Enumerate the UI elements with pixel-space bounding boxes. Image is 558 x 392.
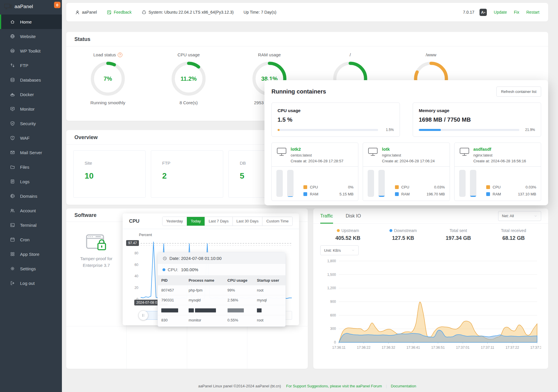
container-card-lotk2[interactable]: lotk2centos:latestCreate at: 2024-06-28 … xyxy=(271,143,358,201)
mail-server-icon xyxy=(10,150,15,155)
sidebar-item-settings[interactable]: Settings xyxy=(0,261,62,276)
gauge-caption: 8 Core(s) xyxy=(180,100,198,105)
unit-select[interactable]: Unit: KB/s xyxy=(320,245,359,255)
topbar-user[interactable]: aaPanel xyxy=(75,10,97,15)
sidebar-item-docker[interactable]: Docker xyxy=(0,87,62,102)
net-select[interactable]: Net: All xyxy=(498,211,541,221)
restart-button[interactable]: Restart xyxy=(526,10,539,15)
svg-text:1,200: 1,200 xyxy=(327,286,336,290)
overview-value: 2 xyxy=(162,171,212,181)
sidebar-item-monitor[interactable]: Monitor xyxy=(0,102,62,116)
sidebar-item-terminal[interactable]: Terminal xyxy=(0,218,62,232)
svg-text:600: 600 xyxy=(330,313,336,317)
fix-button[interactable]: Fix xyxy=(514,10,519,15)
help-icon[interactable]: ? xyxy=(118,53,122,57)
sidebar-item-log-out[interactable]: Log out xyxy=(0,276,62,290)
aapanel-logo-icon xyxy=(4,3,12,10)
cpu-tab-yesterday[interactable]: Yesterday xyxy=(162,217,187,226)
language-icon[interactable]: Ax xyxy=(480,9,487,16)
sidebar-item-domains[interactable]: Domains xyxy=(0,189,62,203)
svg-text:17:36:51: 17:36:51 xyxy=(431,346,445,350)
feedback-icon xyxy=(107,10,112,15)
ram-value: 5.15 MB xyxy=(339,192,353,196)
tab-disk-io[interactable]: Disk IO xyxy=(346,208,361,224)
system-info: System: Ubuntu 22.04.2 LTS x86_64(Py3.12… xyxy=(142,10,234,15)
notification-badge[interactable]: 0 xyxy=(54,2,60,8)
sidebar-item-label: WP Toolkit xyxy=(20,48,40,53)
gauge-cpu-usage: CPU usage11.2%8 Core(s) xyxy=(161,52,216,105)
container-card-asdfasdf[interactable]: asdfasdfnginx:latestCreate at: 2024-06-2… xyxy=(454,143,541,201)
tab-traffic[interactable]: Traffic xyxy=(320,208,333,224)
clock-icon xyxy=(162,256,167,261)
process-table-header: CPU usage xyxy=(224,276,253,285)
svg-text:17:37:11: 17:37:11 xyxy=(481,346,494,350)
tamper-proof-icon xyxy=(85,233,107,251)
downstream-dot xyxy=(389,229,392,232)
cpu-value: 0.03% xyxy=(434,185,445,189)
sidebar-item-label: Logs xyxy=(20,179,30,184)
container-card-lotk[interactable]: lotknginx:latestCreate at: 2024-06-28 17… xyxy=(363,143,450,201)
sidebar-menu: HomeWebsiteWP ToolkitFTPDatabasesDockerM… xyxy=(0,15,62,290)
redacted-block xyxy=(189,308,194,312)
sidebar-item-label: WAF xyxy=(20,136,30,141)
svg-text:900: 900 xyxy=(330,300,336,304)
legend-row-cpu: CPU0.03% xyxy=(395,185,445,189)
cpu-tab-last-30-days[interactable]: Last 30 Days xyxy=(233,217,262,226)
svg-text:300: 300 xyxy=(330,327,336,331)
sidebar-item-security[interactable]: Security xyxy=(0,116,62,131)
sidebar-item-waf[interactable]: WAF xyxy=(0,131,62,145)
sidebar-logo[interactable]: aaPanel 0 xyxy=(0,0,62,13)
sidebar-item-wp-toolkit[interactable]: WP Toolkit xyxy=(0,44,62,58)
gauge-label: /www xyxy=(426,52,437,57)
gauge-label: / xyxy=(350,52,351,57)
overview-card-ftp[interactable]: FTP2 xyxy=(151,150,223,198)
ram-legend-swatch xyxy=(395,192,399,196)
documentation-link[interactable]: Documentation xyxy=(391,384,416,388)
forum-link[interactable]: For Support Suggestions, please visit th… xyxy=(286,384,382,388)
container-monitor-icon xyxy=(368,147,378,157)
software-item-tamper-proof[interactable]: Tamper-proof for Enterprise 3.7 xyxy=(66,222,126,269)
sidebar-item-label: Cron xyxy=(20,237,30,242)
sidebar-item-website[interactable]: Website xyxy=(0,29,62,44)
svg-text:17:36:41: 17:36:41 xyxy=(406,346,420,350)
cpu-series-dot xyxy=(162,268,165,271)
slider-handle[interactable] xyxy=(138,310,148,320)
sidebar-item-app-store[interactable]: App Store xyxy=(0,247,62,261)
redacted-block xyxy=(257,308,262,312)
cpu-tooltip: Date: 2024-07-08 01:10:00 CPU: 100.00% P… xyxy=(158,252,286,327)
cpu-tab-today[interactable]: Today xyxy=(187,217,205,226)
sidebar-item-label: Terminal xyxy=(20,223,37,228)
sidebar-item-files[interactable]: Files xyxy=(0,160,62,174)
container-created: Create at: 2024-06-28 17:28:57 xyxy=(291,159,343,163)
settings-icon xyxy=(10,266,15,271)
refresh-container-list-button[interactable]: Refresh container list xyxy=(496,87,541,97)
log-out-icon xyxy=(10,280,15,286)
update-button[interactable]: Update xyxy=(494,10,507,15)
stat-value: 127.5 KB xyxy=(375,235,431,241)
sidebar-item-home[interactable]: Home xyxy=(0,15,62,29)
sidebar-item-databases[interactable]: Databases xyxy=(0,73,62,87)
sidebar-item-logs[interactable]: Logs xyxy=(0,174,62,189)
monitor-icon xyxy=(10,106,15,112)
sidebar-item-label: Databases xyxy=(20,78,41,82)
redacted-block xyxy=(195,308,216,312)
process-table: PIDProcess nameCPU usageStartup user 807… xyxy=(158,276,285,325)
sidebar-item-label: Home xyxy=(20,19,32,24)
overview-value: 10 xyxy=(85,171,134,181)
sidebar-item-account[interactable]: Account xyxy=(0,203,62,218)
cpu-tab-last-7-days[interactable]: Last 7 Days xyxy=(205,217,233,226)
docker-icon xyxy=(10,92,15,97)
cpu-tab-custom-time[interactable]: Custom Time xyxy=(262,217,292,226)
cpu-ytick: 80 xyxy=(128,251,138,255)
traffic-stat-total-received: Total received68.12 GB xyxy=(486,228,541,241)
gauge-label: Load status xyxy=(93,52,116,57)
cpu-bar xyxy=(459,170,466,197)
overview-label: FTP xyxy=(162,161,212,166)
feedback-link[interactable]: Feedback xyxy=(107,10,131,15)
sidebar-item-ftp[interactable]: FTP xyxy=(0,58,62,73)
sidebar-item-mail-server[interactable]: Mail Server xyxy=(0,145,62,160)
process-table-header: PID xyxy=(158,276,185,285)
sidebar-item-cron[interactable]: Cron xyxy=(0,232,62,247)
sidebar-item-label: FTP xyxy=(20,63,28,68)
overview-card-site[interactable]: Site10 xyxy=(73,150,146,198)
